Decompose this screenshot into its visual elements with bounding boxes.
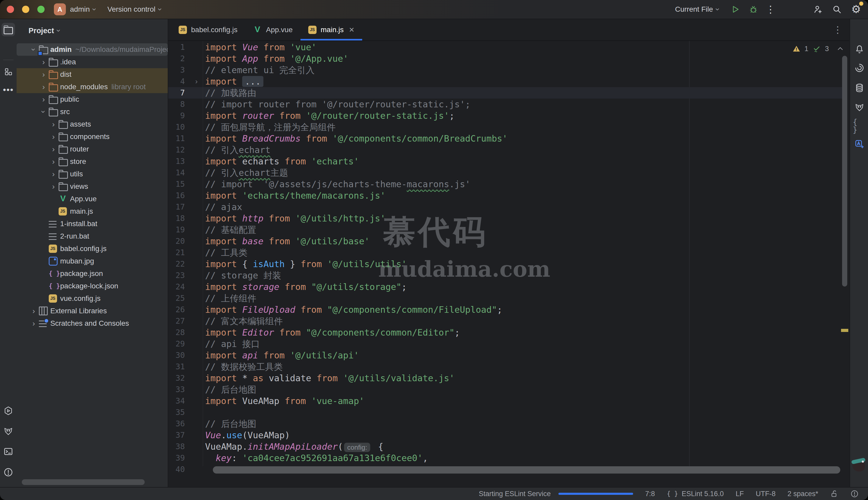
code-line[interactable]: import echarts from 'echarts': [205, 156, 508, 167]
code-editor[interactable]: 慕代码 mudaima.com 1234›7891011121314151617…: [168, 41, 849, 487]
code-line[interactable]: // 上传组件: [205, 293, 508, 304]
line-number[interactable]: 33: [168, 384, 203, 395]
code-line[interactable]: VueAMap.initAMapApiLoader(config: {: [205, 441, 508, 452]
line-number[interactable]: 12: [168, 144, 203, 156]
code-line[interactable]: import 'echarts/theme/macarons.js': [205, 190, 508, 201]
line-number[interactable]: 34: [168, 395, 203, 407]
minimize-window-button[interactable]: [22, 6, 29, 13]
line-number[interactable]: 13: [168, 156, 203, 167]
line-number[interactable]: 27: [168, 315, 203, 327]
chevron-right-icon[interactable]: ›: [48, 132, 59, 141]
tab-app-vue[interactable]: App.vue: [245, 19, 300, 41]
tree-item-app-vue[interactable]: ›App.vue: [16, 193, 168, 205]
chevron-right-icon[interactable]: ›: [38, 70, 49, 79]
tree-item-admin[interactable]: ›admin~/Downloads/mudaimaProject/a: [16, 43, 168, 56]
plugin-raccoon-tool-button[interactable]: [2, 424, 15, 438]
line-number[interactable]: 24: [168, 281, 203, 293]
tree-item-components[interactable]: ›components: [16, 130, 168, 143]
project-menu[interactable]: admin ›: [66, 5, 96, 13]
chevron-right-icon[interactable]: ›: [48, 120, 59, 129]
line-number[interactable]: 17: [168, 201, 203, 213]
encoding-widget[interactable]: UTF-8: [756, 490, 776, 498]
tree-item-src[interactable]: ›src: [16, 105, 168, 118]
chevron-right-icon[interactable]: ›: [48, 170, 59, 179]
code-line[interactable]: import http from '@/utils/http.js': [205, 213, 508, 224]
line-number[interactable]: 23: [168, 270, 203, 281]
code-line[interactable]: import FileUpload from "@/components/com…: [205, 304, 508, 315]
line-number[interactable]: 16: [168, 190, 203, 201]
debug-button[interactable]: [747, 3, 760, 16]
code-line[interactable]: // 数据校验工具类: [205, 361, 508, 372]
chevron-right-icon[interactable]: ›: [48, 145, 59, 154]
code-line[interactable]: // 引入echart: [205, 144, 508, 156]
chevron-right-icon[interactable]: ›: [28, 319, 39, 328]
line-number[interactable]: 21: [168, 247, 203, 258]
code-with-me-button[interactable]: [811, 3, 824, 16]
linter-widget[interactable]: { } ESLint 5.16.0: [667, 490, 724, 498]
line-number[interactable]: 38: [168, 441, 203, 452]
code-line[interactable]: Vue.use(VueAMap): [205, 430, 508, 441]
code-line[interactable]: // 引入echart主题: [205, 167, 508, 179]
tree-item-external-libraries[interactable]: ›External Libraries: [16, 305, 168, 317]
line-number[interactable]: 32: [168, 372, 203, 384]
code-line[interactable]: // element ui 完全引入: [205, 64, 508, 76]
inspections-widget[interactable]: 1 3: [792, 45, 849, 53]
tree-item-muban-jpg[interactable]: ›muban.jpg: [16, 255, 168, 268]
line-number[interactable]: 14: [168, 167, 203, 179]
chevron-right-icon[interactable]: ›: [38, 82, 49, 91]
chevron-up-icon[interactable]: [837, 45, 844, 53]
settings-button[interactable]: ⚙: [849, 3, 863, 16]
line-number[interactable]: 8: [168, 99, 203, 110]
line-number[interactable]: 18: [168, 213, 203, 224]
code-line[interactable]: // 面包屑导航，注册为全局组件: [205, 121, 508, 133]
tree-item-vue-config-js[interactable]: ›vue.config.js: [16, 292, 168, 305]
tree-item-views[interactable]: ›views: [16, 180, 168, 193]
chevron-right-icon[interactable]: ›: [38, 95, 49, 104]
line-number[interactable]: 20: [168, 236, 203, 247]
code-line[interactable]: // 后台地图: [205, 384, 508, 395]
commit-tool-button[interactable]: [2, 65, 15, 78]
close-window-button[interactable]: [7, 6, 14, 13]
code-line[interactable]: import ...: [205, 76, 508, 87]
avatar[interactable]: A: [54, 3, 66, 15]
line-number[interactable]: 25: [168, 293, 203, 304]
code-line[interactable]: // 加载路由: [205, 87, 508, 99]
code-line[interactable]: import Editor from "@/components/common/…: [205, 327, 508, 338]
code-line[interactable]: // storage 封装: [205, 270, 508, 281]
services-tool-button[interactable]: [2, 404, 15, 418]
tree-item-store[interactable]: ›store: [16, 155, 168, 168]
line-number[interactable]: 22: [168, 258, 203, 270]
chevron-right-icon[interactable]: ›: [28, 307, 39, 315]
run-button[interactable]: [729, 3, 742, 16]
line-number[interactable]: 35: [168, 407, 203, 418]
project-tool-button[interactable]: [2, 23, 15, 36]
vcs-menu[interactable]: Version control ›: [107, 5, 162, 13]
line-number[interactable]: 29: [168, 338, 203, 350]
readonly-toggle[interactable]: [830, 490, 838, 498]
code-line[interactable]: // 工具类: [205, 247, 508, 258]
line-number[interactable]: 36: [168, 418, 203, 430]
code-line[interactable]: import * as validate from '@/utils/valid…: [205, 372, 508, 384]
chevron-right-icon[interactable]: ›: [48, 182, 59, 191]
tree-item-dist[interactable]: ›dist: [16, 68, 168, 81]
tree-item-package-json[interactable]: ›package.json: [16, 268, 168, 280]
tab-options-button[interactable]: ⋮: [833, 19, 842, 41]
editor-horizontal-scrollbar[interactable]: [213, 466, 840, 474]
line-number[interactable]: 37: [168, 430, 203, 441]
tree-item-utils[interactable]: ›utils: [16, 168, 168, 180]
tab-babel-config-js[interactable]: babel.config.js: [171, 19, 245, 41]
chevron-right-icon[interactable]: ›: [38, 58, 49, 66]
tree-item-2-run-bat[interactable]: ›2-run.bat: [16, 230, 168, 242]
fold-icon[interactable]: ›: [195, 76, 198, 87]
line-number[interactable]: 19: [168, 224, 203, 236]
tree-item-public[interactable]: ›public: [16, 93, 168, 105]
notifications-button[interactable]: [853, 43, 866, 56]
raccoon-tool-button[interactable]: [853, 100, 866, 114]
indent-widget[interactable]: 2 spaces*: [787, 490, 818, 498]
code-line[interactable]: import Vue from 'vue': [205, 42, 508, 53]
chevron-down-icon[interactable]: ›: [39, 106, 48, 117]
code-line[interactable]: key: 'ca04cee7ac952691aa67a131e6f0cee0',: [205, 452, 508, 464]
terminal-tool-button[interactable]: [2, 445, 15, 458]
tree-item-idea[interactable]: ›.idea: [16, 56, 168, 68]
code-line[interactable]: import VueAMap from 'vue-amap': [205, 395, 508, 407]
